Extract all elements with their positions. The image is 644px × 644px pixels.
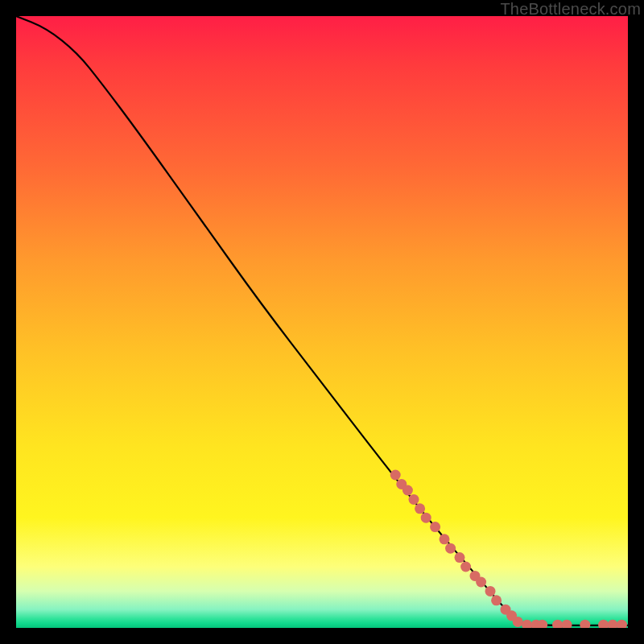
marker-dot bbox=[445, 543, 456, 554]
chart-stage: TheBottleneck.com bbox=[0, 0, 644, 644]
marker-dot bbox=[460, 562, 471, 572]
marker-dot bbox=[415, 503, 425, 514]
bottleneck-curve bbox=[16, 16, 628, 625]
marker-dot bbox=[608, 620, 618, 628]
marker-dot bbox=[402, 485, 413, 496]
plot-area bbox=[16, 16, 628, 628]
marker-dot bbox=[421, 513, 431, 523]
marker-dot bbox=[476, 577, 486, 588]
marker-dot bbox=[485, 586, 496, 597]
marker-dot bbox=[598, 620, 609, 628]
marker-dot bbox=[440, 534, 450, 544]
marker-dot bbox=[580, 620, 590, 628]
marker-dot bbox=[455, 552, 465, 563]
chart-svg bbox=[16, 16, 628, 628]
marker-dot bbox=[390, 470, 401, 481]
marker-dot bbox=[617, 620, 627, 628]
marker-dot bbox=[562, 620, 572, 628]
marker-dot bbox=[430, 522, 440, 532]
marker-dot bbox=[522, 620, 532, 628]
marker-dot bbox=[513, 617, 523, 627]
marker-dot bbox=[491, 595, 502, 605]
highlighted-markers bbox=[390, 470, 627, 629]
marker-dot bbox=[409, 494, 419, 505]
marker-dot bbox=[552, 620, 563, 628]
